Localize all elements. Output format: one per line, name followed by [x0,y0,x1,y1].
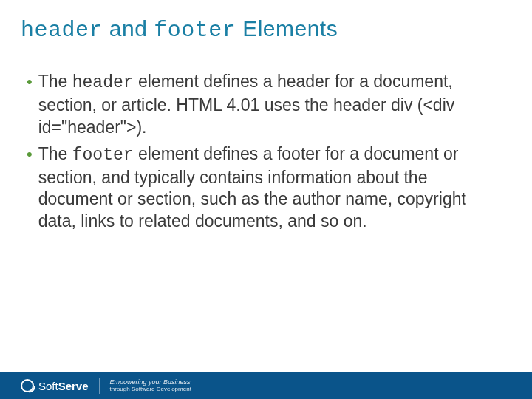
tagline-line-2: through Software Development [110,386,191,393]
bullet-code: header [72,73,134,92]
title-text-1: and [103,16,154,41]
title-text-2: Elements [236,16,338,41]
bullet-code: footer [72,146,134,165]
bullet-text: The footer element defines a footer for … [38,143,499,233]
bullet-text: The header element defines a header for … [38,71,499,139]
bullet-pre: The [38,72,72,91]
bullet-pre: The [38,144,72,163]
footer-tagline: Empowering your Business through Softwar… [110,379,191,393]
bullet-icon: • [27,71,33,93]
slide: header and footer Elements • The header … [0,0,532,399]
brand-name: SoftServe [38,380,89,392]
footer-bar: SoftServe Empowering your Business throu… [0,372,532,399]
list-item: • The header element defines a header fo… [27,71,499,139]
softserve-icon [21,379,34,392]
bullet-icon: • [27,143,33,166]
brand-bold: Serve [58,380,89,392]
title-code-1: header [21,18,103,43]
slide-body: • The header element defines a header fo… [0,43,532,233]
footer-divider [99,378,100,394]
brand-light: Soft [38,380,58,392]
title-code-2: footer [154,18,236,43]
brand-logo: SoftServe [21,379,89,392]
list-item: • The footer element defines a footer fo… [27,143,499,233]
slide-title: header and footer Elements [0,0,532,43]
